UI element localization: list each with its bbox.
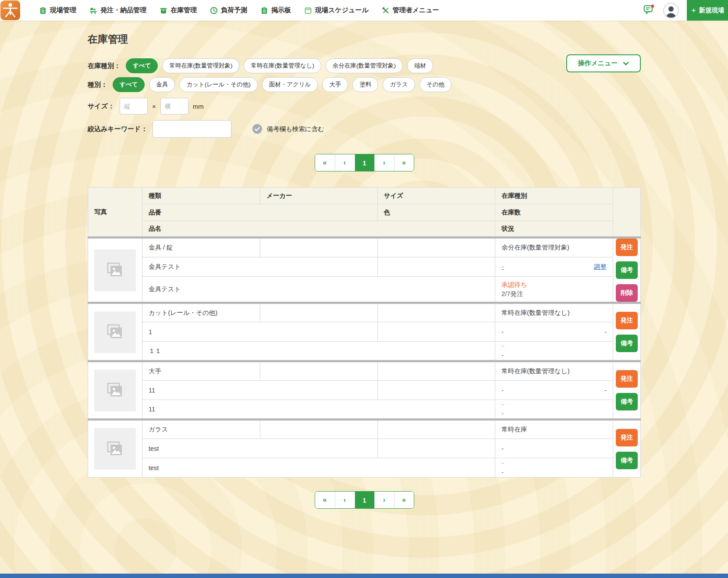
chip-category-all[interactable]: すべて [113, 77, 145, 92]
cell-name: 11 [142, 400, 495, 420]
nav-item-admin-menu[interactable]: 管理者メニュー [382, 6, 439, 14]
stock-count-secondary: - [604, 387, 607, 394]
cell-stock-type: 常時在庫 [495, 420, 613, 439]
order-button[interactable]: 発注 [616, 312, 638, 329]
category-filter-row: 種別： すべて 金具 カット(レール・その他) 面材・アクリル 大手 塗料 ガラ… [88, 77, 641, 92]
keyword-label: 絞込みキーワード： [88, 125, 147, 133]
stock-count-link[interactable]: - [501, 263, 504, 270]
cell-status: 承認待ち 2/7発注 [495, 277, 613, 303]
status-main: - [501, 459, 607, 468]
check-circle-icon [252, 124, 263, 134]
wood-person-logo[interactable] [0, 0, 21, 21]
nav-item-label: 掲示板 [271, 6, 291, 14]
chip-category-panel-acrylic[interactable]: 面材・アクリル [262, 77, 318, 92]
header-stock: 在庫数 [495, 204, 613, 221]
chip-category-cut[interactable]: カット(レール・その他) [179, 77, 257, 92]
page-prev-button[interactable]: ‹ [335, 154, 355, 171]
nav-item-bulletin-board[interactable]: 掲示板 [260, 6, 291, 14]
footer-strip [0, 574, 728, 578]
size-filter-row: サイズ： × mm [88, 98, 641, 114]
chip-stock-regular-unmanaged[interactable]: 常時在庫(数量管理なし) [244, 58, 321, 73]
header-maker: メーカー [260, 188, 377, 204]
order-button[interactable]: 発注 [616, 239, 638, 256]
user-avatar[interactable] [663, 3, 679, 18]
nav-item-label: 現場スケジュール [315, 6, 369, 14]
page-last-button[interactable]: » [394, 492, 414, 508]
nav-item-site-schedule[interactable]: 現場スケジュール [304, 6, 369, 14]
delete-button[interactable]: 削除 [616, 284, 638, 302]
page-next-button[interactable]: › [374, 154, 394, 171]
cell-stock-type: 常時在庫(数量管理なし) [495, 361, 613, 381]
cell-name: 金具テスト [142, 277, 495, 303]
note-search-toggle[interactable]: 備考欄も検索に含む [252, 124, 324, 134]
adjust-link[interactable]: 調整 [594, 263, 607, 271]
nav-item-site-management[interactable]: 現場管理 [39, 6, 76, 14]
nav-item-inventory[interactable]: 在庫管理 [160, 6, 197, 14]
chip-category-glass[interactable]: ガラス [383, 77, 415, 92]
cell-size [377, 361, 495, 381]
action-menu-label: 操作メニュー [578, 59, 618, 68]
nav-right: ＋ 新規現場 [643, 0, 728, 21]
chip-stock-offcut[interactable]: 端材 [407, 58, 433, 73]
header-kind: 種類 [142, 188, 260, 204]
status-main: 承認待ち [501, 280, 607, 289]
board-icon [260, 7, 268, 14]
page-current-button[interactable]: 1 [355, 154, 374, 171]
size-height-input[interactable] [120, 98, 148, 114]
header-photo: 写真 [88, 188, 142, 238]
page-current-button[interactable]: 1 [355, 492, 374, 508]
status-sub: - [501, 468, 607, 477]
photo-placeholder [94, 311, 136, 353]
cell-maker [260, 361, 377, 381]
header-size: サイズ [377, 188, 495, 204]
chip-stock-regular-managed[interactable]: 常時在庫(数量管理対象) [162, 58, 239, 73]
cell-size [377, 238, 495, 257]
cell-maker [260, 420, 377, 439]
cell-stock: - - [495, 322, 613, 342]
page-first-button[interactable]: « [315, 154, 335, 171]
chip-category-other[interactable]: その他 [419, 77, 451, 92]
order-button[interactable]: 発注 [616, 429, 638, 446]
chip-category-edge[interactable]: 大手 [322, 77, 348, 92]
nav-item-label: 現場管理 [50, 6, 76, 14]
page-first-button[interactable]: « [315, 492, 335, 508]
image-icon [105, 261, 125, 279]
action-menu-button[interactable]: 操作メニュー [566, 54, 641, 72]
cell-code: 11 [142, 381, 378, 400]
cell-status: - - [495, 342, 613, 361]
pagination-bottom-wrap: « ‹ 1 › » [88, 491, 641, 509]
note-button[interactable]: 備考 [616, 261, 638, 279]
cell-stock: - [495, 439, 613, 458]
nav-item-load-forecast[interactable]: 負荷予測 [210, 6, 247, 14]
notifications-button[interactable] [643, 4, 654, 16]
page-last-button[interactable]: » [394, 154, 414, 171]
note-button[interactable]: 備考 [616, 452, 638, 469]
size-width-input[interactable] [160, 98, 188, 114]
crossed-tools-icon [382, 7, 390, 14]
note-button[interactable]: 備考 [616, 335, 638, 352]
order-button[interactable]: 発注 [616, 370, 638, 388]
photo-cell [88, 361, 142, 420]
photo-placeholder [94, 428, 136, 470]
chip-category-paint[interactable]: 塗料 [352, 77, 378, 92]
keyword-input[interactable] [153, 120, 231, 138]
page-prev-button[interactable]: ‹ [335, 492, 355, 508]
page-next-button[interactable]: › [374, 492, 394, 508]
pagination-bottom: « ‹ 1 › » [315, 491, 414, 509]
status-main: - [501, 400, 607, 409]
chip-stock-all[interactable]: すべて [126, 58, 158, 73]
note-button[interactable]: 備考 [616, 393, 638, 410]
cell-color [377, 381, 495, 400]
cell-size [377, 420, 495, 439]
nav-item-order-delivery[interactable]: 発注・納品管理 [89, 6, 146, 14]
chip-category-hardware[interactable]: 金具 [149, 77, 175, 92]
header-color: 色 [377, 204, 495, 221]
top-navigation: 現場管理 発注・納品管理 在庫管理 負荷予測 [0, 0, 728, 21]
new-site-button[interactable]: ＋ 新規現場 [687, 0, 728, 21]
header-code: 品番 [142, 204, 378, 221]
new-site-label: 新規現場 [699, 6, 724, 14]
category-chips: すべて 金具 カット(レール・その他) 面材・アクリル 大手 塗料 ガラス その… [113, 77, 451, 92]
nav-item-label: 在庫管理 [170, 6, 197, 14]
chip-stock-extra-managed[interactable]: 余分在庫(数量管理対象) [326, 58, 403, 73]
cell-status: - - [495, 400, 613, 420]
